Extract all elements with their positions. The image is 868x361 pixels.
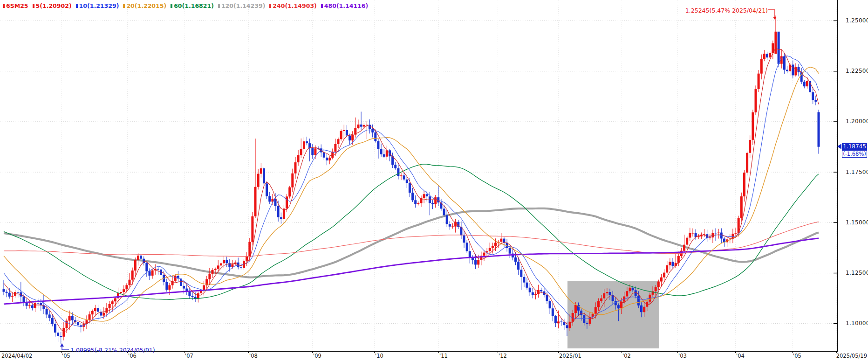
x-axis-label: '09 [313,353,321,359]
y-axis-label: 1.20000 [846,118,868,125]
legend-swatch-icon [123,4,125,8]
low-annotation-text: 1.08995(-8.21% 2024/05/01) [70,347,155,354]
y-axis-label: 1.12500 [846,270,868,276]
legend-label: 240(1.14903) [273,2,316,9]
legend-item: 480(1.14116) [321,2,368,9]
high-annotation: 1.25245(5.47% 2025/04/21) [656,7,768,14]
legend-label: 20(1.22015) [126,2,166,9]
legend-swatch-icon [3,4,5,8]
legend-item: 60(1.16821) [171,2,214,9]
y-axis-label: 1.10000 [846,320,868,326]
x-axis-label: '06 [128,353,137,359]
y-axis-label: 1.25000 [846,17,868,24]
x-axis-label: '11 [439,353,448,359]
legend-label: 60(1.16821) [174,2,214,9]
legend-label: 6SM25 [6,2,28,9]
x-axis-label: '10 [375,353,383,359]
x-axis-label: '02 [622,353,631,359]
candlestick-chart[interactable] [0,0,868,361]
last-price-label: 1.18745 [842,143,867,150]
x-axis-label: '05 [62,353,70,359]
chart-window: 6SM255(1.20902)10(1.21329)20(1.22015)60(… [0,0,868,361]
x-axis-label: 2024/04/02 [1,353,32,359]
legend-swatch-icon [218,4,220,8]
x-axis-label: '04 [736,353,745,359]
price-marker-arrow-icon [837,144,841,149]
legend-item: 20(1.22015) [123,2,166,9]
x-axis-label: '03 [678,353,687,359]
legend-swatch-icon [269,4,271,8]
x-axis-label: '05 [793,353,801,359]
legend-swatch-icon [76,4,78,8]
legend-item: 5(1.20902) [33,2,72,9]
legend-swatch-icon [321,4,323,8]
chart-legend: 6SM255(1.20902)10(1.21329)20(1.22015)60(… [3,2,368,9]
legend-swatch-icon [33,4,34,8]
x-axis-label: 2025/01 [559,353,581,359]
legend-symbol: 6SM25 [3,2,28,9]
x-axis-label: '08 [249,353,258,359]
legend-item: 240(1.14903) [269,2,316,9]
low-annotation: 1.08995(-8.21% 2024/05/01) [70,347,155,354]
y-axis-label: 1.17500 [846,169,868,175]
y-axis-label: 1.22500 [846,68,868,74]
x-axis-label: '07 [185,353,193,359]
y-axis-label: 1.15000 [846,219,868,226]
legend-label: 480(1.14116) [324,2,368,9]
legend-label: 5(1.20902) [36,2,72,9]
x-axis-label: 2025/05/19 [836,353,867,359]
x-axis-label: '12 [499,353,507,359]
legend-label: 10(1.21329) [79,2,119,9]
legend-item: 120(1.14239) [218,2,265,9]
legend-swatch-icon [171,4,172,8]
change-percent-label: (-1.68%) [842,150,867,158]
legend-label: 120(1.14239) [221,2,265,9]
legend-item: 10(1.21329) [76,2,119,9]
high-annotation-text: 1.25245(5.47% 2025/04/21) [685,7,768,14]
